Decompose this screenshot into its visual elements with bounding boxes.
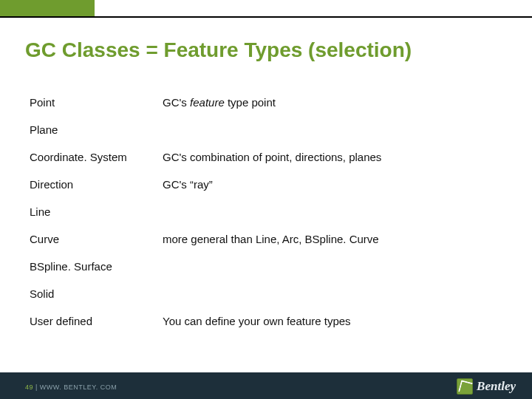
- table-row: BSpline. Surface: [30, 260, 502, 273]
- description-cell: GC's “ray”: [163, 178, 502, 191]
- description-cell: You can define your own feature types: [163, 315, 502, 327]
- table-row: DirectionGC's “ray”: [30, 178, 502, 191]
- description-cell: GC's feature type point: [163, 96, 502, 109]
- footer-sep: |: [33, 383, 40, 391]
- term-cell: Coordinate. System: [30, 151, 163, 163]
- desc-italic: feature: [190, 96, 225, 109]
- brand-logo-mark-icon: [457, 378, 473, 395]
- desc-pre: GC's: [163, 96, 190, 109]
- top-divider: [0, 16, 532, 18]
- desc-pre: You can define your own feature types: [163, 315, 351, 327]
- term-cell: Curve: [30, 233, 163, 245]
- term-cell: Point: [30, 96, 163, 109]
- footer-text: 49 | WWW. BENTLEY. COM: [25, 383, 117, 391]
- description-cell: GC's combination of point, directions, p…: [163, 151, 502, 163]
- term-cell: BSpline. Surface: [30, 260, 163, 273]
- desc-pre: GC's “ray”: [163, 178, 213, 191]
- table-row: Coordinate. SystemGC's combination of po…: [30, 151, 502, 163]
- footer-url: WWW. BENTLEY. COM: [40, 383, 117, 391]
- top-accent-block: [0, 0, 95, 16]
- description-cell: more general than Line, Arc, BSpline. Cu…: [163, 233, 502, 245]
- term-cell: Solid: [30, 287, 163, 300]
- slide: GC Classes = Feature Types (selection) P…: [0, 0, 532, 399]
- table-row: Plane: [30, 123, 502, 136]
- table-row: Solid: [30, 287, 502, 300]
- desc-pre: more general than Line, Arc, BSpline. Cu…: [163, 233, 379, 245]
- term-cell: User defined: [30, 315, 163, 327]
- table-row: Curvemore general than Line, Arc, BSplin…: [30, 233, 502, 245]
- content-table: PointGC's feature type pointPlaneCoordin…: [30, 96, 502, 342]
- term-cell: Line: [30, 205, 163, 218]
- desc-pre: GC's combination of point, directions, p…: [163, 151, 381, 163]
- page-number: 49: [25, 383, 33, 391]
- desc-post: type point: [225, 96, 276, 109]
- term-cell: Plane: [30, 123, 163, 136]
- brand-logo-text: Bentley: [477, 379, 516, 394]
- table-row: Line: [30, 205, 502, 218]
- brand-logo: Bentley: [457, 378, 516, 395]
- term-cell: Direction: [30, 178, 163, 191]
- table-row: PointGC's feature type point: [30, 96, 502, 109]
- table-row: User definedYou can define your own feat…: [30, 315, 502, 327]
- page-title: GC Classes = Feature Types (selection): [25, 38, 412, 62]
